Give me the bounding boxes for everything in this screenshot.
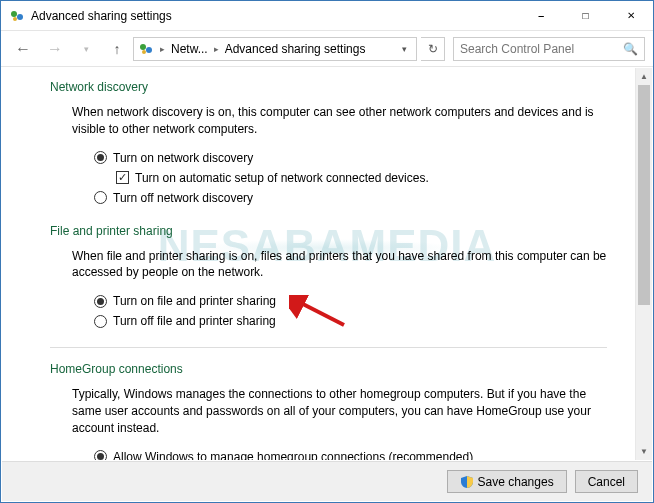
scroll-down-icon[interactable]: ▼	[636, 443, 652, 460]
breadcrumb-network[interactable]: Netw...	[171, 42, 208, 56]
checkbox-auto-setup[interactable]: Turn on automatic setup of network conne…	[116, 168, 607, 188]
network-icon	[9, 8, 25, 24]
content-area: Network discovery When network discovery…	[2, 68, 635, 460]
search-input[interactable]: Search Control Panel 🔍	[453, 37, 645, 61]
button-label: Save changes	[478, 475, 554, 489]
radio-turn-on-discovery[interactable]: Turn on network discovery	[94, 148, 607, 168]
chevron-down-icon[interactable]: ▾	[396, 44, 412, 54]
radio-turn-on-file-sharing[interactable]: Turn on file and printer sharing	[94, 291, 607, 311]
address-bar[interactable]: ▸ Netw... ▸ Advanced sharing settings ▾	[133, 37, 417, 61]
cancel-button[interactable]: Cancel	[575, 470, 638, 493]
radio-icon	[94, 315, 107, 328]
section-desc: When network discovery is on, this compu…	[72, 104, 607, 138]
forward-button[interactable]: →	[41, 35, 69, 63]
scroll-thumb[interactable]	[638, 85, 650, 305]
section-desc: When file and printer sharing is on, fil…	[72, 248, 607, 282]
svg-point-3	[140, 44, 146, 50]
navbar: ← → ▾ ↑ ▸ Netw... ▸ Advanced sharing set…	[1, 31, 653, 67]
svg-point-0	[11, 11, 17, 17]
up-button[interactable]: ↑	[105, 37, 129, 61]
refresh-button[interactable]: ↻	[421, 37, 445, 61]
radio-icon	[94, 191, 107, 204]
section-homegroup: HomeGroup connections Typically, Windows…	[50, 362, 607, 460]
radio-label: Allow Windows to manage homegroup connec…	[113, 447, 473, 460]
window-title: Advanced sharing settings	[31, 9, 518, 23]
back-button[interactable]: ←	[9, 35, 37, 63]
checkbox-label: Turn on automatic setup of network conne…	[135, 168, 429, 188]
radio-turn-off-discovery[interactable]: Turn off network discovery	[94, 188, 607, 208]
shield-icon	[460, 475, 474, 489]
section-title-network-discovery: Network discovery	[50, 80, 607, 94]
chevron-right-icon: ▸	[212, 44, 221, 54]
radio-allow-windows-manage[interactable]: Allow Windows to manage homegroup connec…	[94, 447, 607, 460]
recent-dropdown[interactable]: ▾	[73, 35, 101, 63]
chevron-right-icon: ▸	[158, 44, 167, 54]
radio-label: Turn off network discovery	[113, 188, 253, 208]
section-title-file-printer: File and printer sharing	[50, 224, 607, 238]
scroll-up-icon[interactable]: ▲	[636, 68, 652, 85]
vertical-scrollbar[interactable]: ▲ ▼	[635, 68, 652, 460]
checkbox-icon	[116, 171, 129, 184]
section-network-discovery: Network discovery When network discovery…	[50, 80, 607, 208]
maximize-button[interactable]: □	[563, 1, 608, 30]
network-icon	[138, 41, 154, 57]
section-file-printer-sharing: File and printer sharing When file and p…	[50, 224, 607, 332]
svg-point-2	[13, 17, 17, 21]
radio-turn-off-file-sharing[interactable]: Turn off file and printer sharing	[94, 311, 607, 331]
radio-label: Turn on network discovery	[113, 148, 253, 168]
section-title-homegroup: HomeGroup connections	[50, 362, 607, 376]
search-placeholder: Search Control Panel	[460, 42, 623, 56]
titlebar: Advanced sharing settings ‒ □ ✕	[1, 1, 653, 31]
svg-point-4	[146, 47, 152, 53]
footer: Save changes Cancel	[2, 461, 652, 501]
svg-point-5	[142, 50, 146, 54]
close-button[interactable]: ✕	[608, 1, 653, 30]
save-changes-button[interactable]: Save changes	[447, 470, 567, 493]
radio-icon	[94, 151, 107, 164]
radio-icon	[94, 450, 107, 460]
button-label: Cancel	[588, 475, 625, 489]
divider	[50, 347, 607, 348]
radio-label: Turn off file and printer sharing	[113, 311, 276, 331]
minimize-button[interactable]: ‒	[518, 1, 563, 30]
radio-icon	[94, 295, 107, 308]
breadcrumb-advanced-sharing[interactable]: Advanced sharing settings	[225, 42, 366, 56]
radio-label: Turn on file and printer sharing	[113, 291, 276, 311]
section-desc: Typically, Windows manages the connectio…	[72, 386, 607, 436]
search-icon: 🔍	[623, 42, 638, 56]
svg-point-1	[17, 14, 23, 20]
